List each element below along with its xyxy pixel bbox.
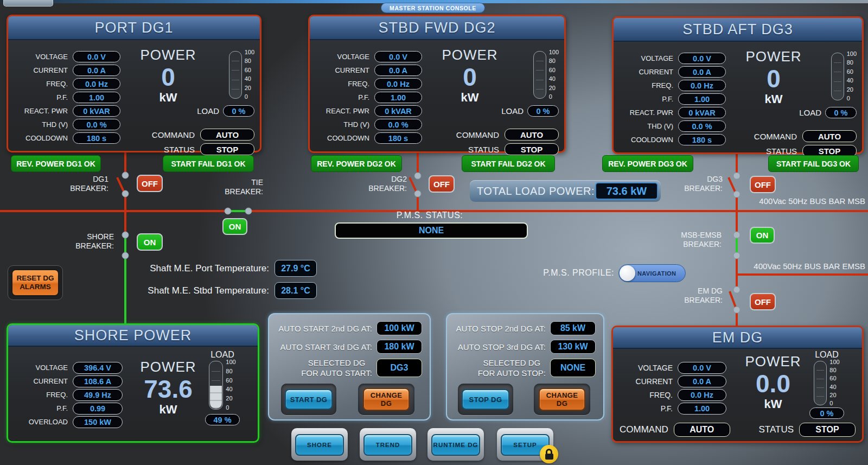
- load-readout: LOAD 0 %: [197, 105, 254, 117]
- badge-start-fail-dg2: START FAIL DG2 OK: [462, 155, 555, 172]
- field-label: FREQ.: [618, 81, 678, 90]
- load-percent: 0 %: [223, 105, 254, 117]
- field-value: 180 s: [73, 132, 120, 144]
- field-value: 150 kW: [73, 416, 123, 428]
- field-label: OVERLOAD: [12, 418, 73, 426]
- dg2-breaker-state-button[interactable]: OFF: [429, 175, 455, 193]
- auto-stop-3rd-value: 130 kW: [550, 340, 596, 354]
- command-label: COMMAND: [456, 130, 499, 139]
- status-label: STATUS: [758, 424, 794, 435]
- load-gauge: [831, 53, 844, 100]
- change-dg-stop-well: CHANGEDG: [534, 384, 590, 415]
- command-value: AUTO: [674, 423, 730, 437]
- stop-dg-well: STOP DG: [458, 384, 513, 415]
- em-dg-breaker-state-button[interactable]: OFF: [750, 293, 776, 310]
- auto-stop-panel: AUTO STOP 2nd DG AT:85 kW AUTO STOP 3rd …: [446, 313, 604, 421]
- load-gauge-fill: [210, 386, 222, 409]
- status-value: STOP: [799, 423, 856, 437]
- panel-port-dg1: PORT DG1 VOLTAGE0.0 V CURRENT0.0 A FREQ.…: [7, 15, 261, 152]
- command-label: COMMAND: [620, 424, 668, 435]
- nav-shore-button[interactable]: SHORE: [295, 434, 344, 456]
- shaft-stbd-temp-value: 28.1 °C: [275, 282, 317, 299]
- nav-trend-button[interactable]: TREND: [363, 434, 412, 456]
- start-dg-button[interactable]: START DG: [285, 389, 333, 410]
- reset-dg-alarms-button[interactable]: RESET DGALARMS: [11, 269, 59, 296]
- nav-runtime-dg-button[interactable]: RUNTIME DG: [431, 434, 480, 456]
- field-value: 0.0 %: [73, 119, 120, 130]
- field-label: REACT. PWR: [314, 107, 374, 115]
- selected-dg-start-label: SELECTED DGFOR AUTO START:: [301, 358, 372, 378]
- load-gauge: [814, 361, 827, 405]
- load-label: LOAD: [501, 106, 524, 116]
- total-load-power-label: TOTAL LOAD POWER:: [477, 185, 595, 198]
- command-label: COMMAND: [152, 130, 195, 139]
- command-value: AUTO: [802, 130, 857, 142]
- load-gauge: [209, 361, 223, 410]
- top-tab[interactable]: [3, 0, 53, 7]
- gauge-scale: 10080 6040 200: [549, 49, 559, 100]
- change-dg-button[interactable]: CHANGEDG: [363, 388, 410, 411]
- auto-start-3rd-label: AUTO START 3rd DG AT:: [280, 342, 373, 352]
- msb-emsb-breaker-label: MSB-EMSBBREAKER:: [661, 231, 722, 249]
- panel-body: VOLTAGE0.0 V CURRENT0.0 A FREQ.0.0 Hz P.…: [8, 40, 260, 151]
- command-label: COMMAND: [754, 132, 797, 141]
- selected-dg-stop-label: SELECTED DGFOR AUTO STOP:: [478, 358, 546, 378]
- field-value: 0.0 A: [678, 66, 726, 78]
- panel-title: STBD FWD DG2: [310, 16, 564, 40]
- field-label: COOLDOWN: [618, 136, 678, 144]
- field-label: P.F.: [618, 95, 678, 103]
- field-value: 0.0 A: [374, 65, 422, 76]
- field-value: 0.0 A: [73, 65, 120, 76]
- dg3-breaker-state-button[interactable]: OFF: [750, 176, 776, 193]
- stop-dg-button[interactable]: STOP DG: [462, 389, 509, 410]
- field-label: COOLDOWN: [12, 134, 73, 142]
- change-dg-button[interactable]: CHANGEDG: [539, 388, 585, 411]
- field-value: 108.6 A: [73, 375, 123, 387]
- load-label: LOAD: [197, 106, 219, 116]
- field-label: VOLTAGE: [12, 53, 73, 61]
- field-row: REACT. PWR0 kVAR: [314, 105, 422, 117]
- field-label: THD (V): [618, 122, 678, 130]
- tie-breaker-label: TIEBREAKER:: [203, 178, 263, 196]
- command-status: COMMANDAUTO STATUSSTOP: [456, 126, 559, 155]
- toggle-knob[interactable]: [620, 265, 635, 281]
- tie-breaker-state-button[interactable]: ON: [222, 218, 247, 235]
- load-gauge: [229, 51, 242, 99]
- selected-dg-stop-value: NONE: [550, 359, 596, 377]
- field-label: P.F.: [12, 404, 73, 412]
- panel-body: VOLTAGE0.0 V CURRENT0.0 A FREQ.0.0 Hz P.…: [613, 349, 862, 441]
- power-unit: kW: [123, 91, 213, 105]
- field-value: 180 s: [678, 134, 726, 145]
- field-label: VOLTAGE: [617, 364, 678, 372]
- panel-shore-power: SHORE POWER VOLTAGE396.4 V CURRENT108.6 …: [7, 323, 259, 443]
- field-label: VOLTAGE: [12, 364, 73, 372]
- power-label: POWER: [123, 47, 213, 63]
- dg2-breaker-label: DG2BREAKER:: [347, 175, 407, 193]
- msb-bus-label: 400Vac 50Hz BUS BAR MSB: [675, 196, 865, 206]
- shaft-port-temp-label: Shaft M.E. Port Temperature:: [135, 263, 269, 274]
- field-row: CURRENT0.0 A: [314, 65, 422, 76]
- load-percent: 0 %: [825, 107, 857, 118]
- pms-profile-toggle[interactable]: NAVIGATION: [618, 264, 686, 282]
- msb-emsb-breaker-state-button[interactable]: ON: [750, 227, 775, 244]
- load-readout: LOAD 0 %: [799, 107, 857, 118]
- auto-start-panel: AUTO START 2nd DG AT:100 kW AUTO START 3…: [268, 313, 431, 421]
- field-value: 0.99: [73, 403, 123, 415]
- dg1-breaker-label: DG1BREAKER:: [49, 175, 108, 193]
- panel-body: VOLTAGE396.4 V CURRENT108.6 A FREQ.49.9 …: [8, 347, 258, 441]
- field-label: CURRENT: [12, 66, 73, 74]
- command-status: COMMANDAUTO STATUSSTOP: [620, 423, 856, 437]
- load-gauge: [533, 51, 546, 99]
- shore-breaker-state-button[interactable]: ON: [137, 233, 163, 251]
- power-value: 0: [123, 65, 213, 90]
- field-row: P.F.1.00: [314, 92, 422, 103]
- field-label: FREQ.: [314, 80, 374, 88]
- load-gauge-group: 10080 6040 200: [229, 51, 254, 100]
- badge-rev-power-dg1: REV. POWER DG1 OK: [11, 155, 101, 172]
- load-gauge-group: 10080 6040 200: [533, 51, 559, 100]
- dg1-breaker-state-button[interactable]: OFF: [137, 175, 163, 192]
- badge-start-fail-dg3: START FAIL DG3 OK: [768, 155, 859, 172]
- field-row: P.F.1.00: [618, 93, 726, 105]
- panel-stbd-fwd-dg2: STBD FWD DG2 VOLTAGE0.0 V CURRENT0.0 A F…: [308, 15, 566, 153]
- auto-stop-2nd-label: AUTO STOP 2nd DG AT:: [456, 324, 546, 333]
